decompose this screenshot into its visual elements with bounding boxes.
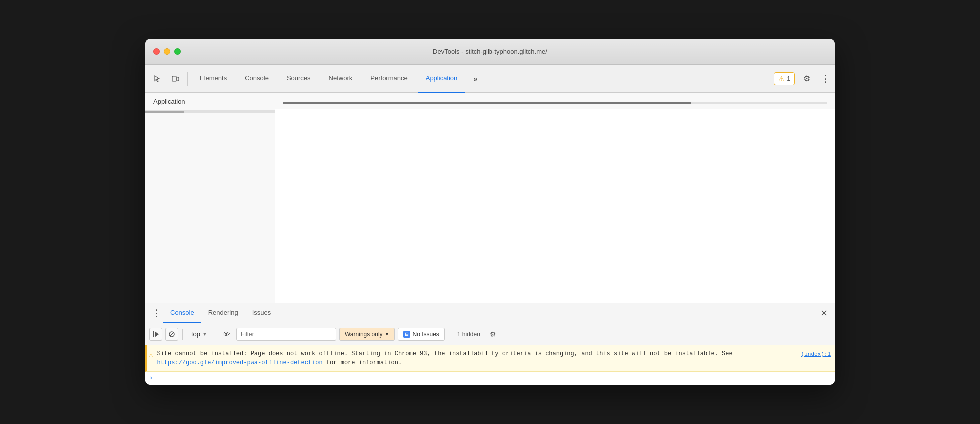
- left-panel-progress-fill: [145, 111, 184, 113]
- more-tabs-button[interactable]: »: [467, 71, 483, 87]
- cursor-icon: [153, 75, 161, 83]
- warnings-dropdown-icon: ▼: [385, 332, 390, 337]
- settings-button[interactable]: ⚙: [799, 71, 815, 87]
- traffic-lights: [153, 48, 181, 55]
- no-issues-button[interactable]: ⊟ No Issues: [398, 328, 444, 341]
- console-tabs-bar: ⋮ Console Rendering Issues ✕: [145, 304, 835, 324]
- filter-input[interactable]: [236, 328, 336, 341]
- warning-text-part2: for more information.: [323, 360, 402, 366]
- toolbar-right: ⚠ 1 ⚙ ⋮: [774, 71, 831, 87]
- console-log-area: ⚠ Site cannot be installed: Page does no…: [145, 346, 835, 385]
- close-drawer-button[interactable]: ✕: [817, 306, 831, 320]
- context-label: top: [191, 330, 200, 338]
- play-icon: [153, 332, 159, 338]
- warning-link[interactable]: https://goo.gle/improved-pwa-offline-det…: [157, 360, 322, 366]
- toolbar-divider-1: [187, 72, 188, 86]
- right-panel-top: [275, 93, 835, 110]
- device-icon: [171, 75, 179, 83]
- tab-network[interactable]: Network: [321, 65, 361, 93]
- warnings-only-button[interactable]: Warnings only ▼: [339, 328, 395, 341]
- execute-context-button[interactable]: [149, 328, 162, 341]
- tab-console[interactable]: Console: [237, 65, 277, 93]
- window-title: DevTools - stitch-glib-typhoon.glitch.me…: [433, 48, 547, 56]
- left-panel-progress-bar: [145, 111, 275, 113]
- svg-rect-0: [172, 76, 176, 82]
- console-prompt-row: ›: [145, 372, 835, 385]
- warning-message-row: ⚠ Site cannot be installed: Page does no…: [145, 346, 835, 372]
- tab-elements[interactable]: Elements: [192, 65, 235, 93]
- main-content: Application: [145, 93, 835, 303]
- console-drawer: ⋮ Console Rendering Issues ✕ t: [145, 303, 835, 385]
- block-icon: [169, 332, 175, 338]
- console-prompt-icon: ›: [149, 375, 153, 382]
- svg-rect-2: [153, 332, 154, 338]
- more-menu-button[interactable]: ⋮: [819, 71, 831, 87]
- tab-rendering[interactable]: Rendering: [201, 304, 245, 324]
- console-divider-1: [182, 329, 183, 340]
- inspect-element-button[interactable]: [149, 71, 165, 87]
- warning-source[interactable]: (index):1: [801, 350, 831, 359]
- tab-performance[interactable]: Performance: [362, 65, 415, 93]
- devtools-window: DevTools - stitch-glib-typhoon.glitch.me…: [145, 39, 835, 385]
- issues-icon: ⊟: [403, 331, 410, 338]
- tab-application[interactable]: Application: [418, 65, 466, 93]
- no-issues-label: No Issues: [412, 331, 439, 338]
- maximize-button[interactable]: [174, 48, 181, 55]
- warning-text: Site cannot be installed: Page does not …: [157, 350, 795, 368]
- title-bar: DevTools - stitch-glib-typhoon.glitch.me…: [145, 39, 835, 65]
- svg-line-5: [170, 332, 174, 336]
- left-panel-title: Application: [145, 93, 275, 111]
- right-panel-progress: [283, 102, 827, 104]
- eye-button[interactable]: 👁: [220, 328, 233, 341]
- svg-marker-3: [155, 332, 159, 338]
- warning-triangle-icon: ⚠: [149, 350, 153, 361]
- tab-sources[interactable]: Sources: [279, 65, 319, 93]
- console-settings-button[interactable]: ⚙: [487, 328, 500, 341]
- warning-count: 1: [787, 76, 790, 82]
- right-panel-progress-fill: [283, 102, 691, 104]
- console-divider-2: [216, 329, 216, 340]
- warning-icon: ⚠: [778, 75, 785, 83]
- console-divider-3: [449, 329, 449, 340]
- minimize-button[interactable]: [164, 48, 170, 55]
- warning-badge[interactable]: ⚠ 1: [774, 72, 795, 86]
- close-button[interactable]: [153, 48, 160, 55]
- left-panel: Application: [145, 93, 275, 303]
- console-toolbar: top ▼ 👁 Warnings only ▼ ⊟ No Issues 1 hi…: [145, 324, 835, 346]
- device-toolbar-button[interactable]: [167, 71, 183, 87]
- hidden-count: 1 hidden: [453, 331, 484, 338]
- tab-console-drawer[interactable]: Console: [163, 304, 201, 324]
- clear-console-button[interactable]: [165, 328, 178, 341]
- context-selector[interactable]: top ▼: [187, 328, 212, 341]
- right-panel: [275, 93, 835, 303]
- svg-rect-1: [177, 78, 179, 81]
- console-more-button[interactable]: ⋮: [149, 306, 163, 320]
- warnings-only-label: Warnings only: [345, 331, 383, 338]
- tab-issues[interactable]: Issues: [245, 304, 278, 324]
- context-dropdown-icon: ▼: [202, 332, 207, 337]
- warning-text-part1: Site cannot be installed: Page does not …: [157, 350, 732, 358]
- devtools-toolbar: Elements Console Sources Network Perform…: [145, 65, 835, 93]
